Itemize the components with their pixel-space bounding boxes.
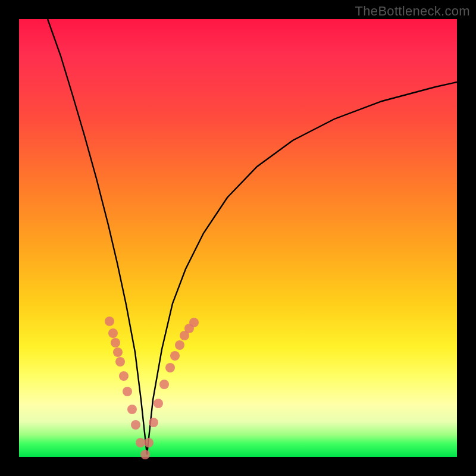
highlight-dot: [115, 357, 125, 367]
highlight-dot: [113, 347, 123, 357]
highlight-dot: [108, 328, 118, 338]
highlight-dot: [136, 438, 145, 447]
chart-svg: [19, 19, 457, 457]
highlight-dot: [131, 420, 140, 430]
highlight-dot: [123, 387, 132, 396]
highlight-dot: [149, 418, 158, 427]
highlight-dots-group: [105, 317, 199, 459]
outer-frame: TheBottleneck.com: [0, 0, 476, 476]
highlight-dot: [189, 318, 199, 327]
plot-area: [19, 19, 457, 457]
highlight-dot: [165, 363, 175, 372]
highlight-dot: [144, 438, 154, 447]
highlight-dot: [119, 371, 129, 381]
watermark-text: TheBottleneck.com: [355, 4, 470, 19]
highlight-dot: [170, 351, 180, 361]
highlight-dot: [154, 399, 163, 408]
highlight-dot: [127, 405, 137, 414]
highlight-dot: [105, 317, 114, 326]
highlight-dot: [111, 338, 120, 347]
highlight-dot: [159, 380, 169, 389]
highlight-dot: [175, 340, 184, 350]
highlight-dot: [140, 450, 150, 459]
bottleneck-curve: [48, 19, 457, 455]
